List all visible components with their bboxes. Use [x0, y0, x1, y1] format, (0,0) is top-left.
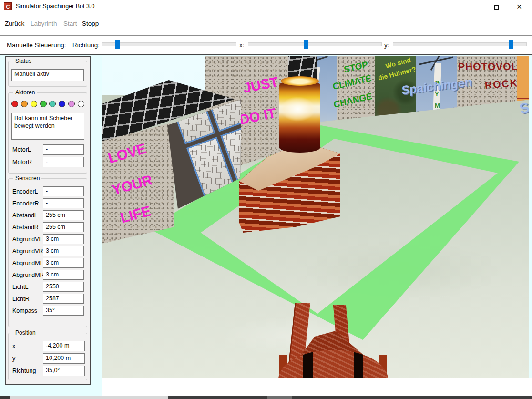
richtung-slider-label: Richtung: — [72, 41, 100, 49]
led-orange-icon — [21, 101, 28, 107]
abgrundmr-field[interactable]: 3 cm — [43, 270, 84, 280]
close-icon: ✕ — [516, 3, 522, 10]
aktoren-info-field[interactable]: Bot kann mit Schieber bewegt werden — [11, 113, 84, 140]
aktoren-group: Aktoren Bot kann mit Schieber bewegt wer… — [8, 92, 87, 174]
lichtl-field[interactable]: 2550 — [43, 282, 84, 292]
x-slider-label: x: — [239, 41, 245, 49]
kompass-field[interactable]: 35° — [43, 306, 84, 316]
kompass-label: Kompass — [12, 307, 37, 314]
robot — [278, 303, 388, 378]
led-green-icon — [40, 101, 47, 107]
led-white-icon — [78, 101, 84, 107]
led-row — [11, 101, 84, 107]
menu-item-labyrinth: Labyrinth — [31, 20, 57, 27]
do-it-text: DO IT — [238, 105, 277, 128]
lichtr-label: LichtR — [12, 296, 29, 302]
change-text: CHANGE — [333, 91, 373, 110]
pos-x-field[interactable]: -4,200 m — [43, 341, 85, 351]
led-yellow-icon — [31, 101, 37, 107]
lichtl-label: LichtL — [12, 284, 28, 290]
love-text: LOVE — [106, 140, 148, 166]
motorl-field[interactable]: - — [43, 144, 84, 155]
aktoren-group-title: Aktoren — [13, 89, 37, 96]
stop-text: STOP — [343, 59, 369, 75]
pos-richtung-label: Richtung — [12, 368, 36, 374]
pos-x-label: x — [12, 343, 15, 349]
abgrundvr-field[interactable]: 3 cm — [43, 246, 84, 256]
led-teal-icon — [49, 101, 56, 107]
richtung-slider-thumb[interactable] — [115, 40, 120, 49]
life-text: LIFE — [119, 203, 153, 226]
y-slider-thumb[interactable] — [509, 40, 513, 49]
just-text: JUST — [242, 74, 280, 96]
pos-y-field[interactable]: 10,200 m — [43, 353, 85, 364]
abgrundml-field[interactable]: 3 cm — [43, 258, 84, 268]
status-field[interactable]: Manuell aktiv — [11, 69, 84, 81]
menu-item-start: Start — [63, 20, 77, 27]
richtung-slider-track[interactable] — [102, 42, 236, 46]
bottom-strip-segment — [10, 396, 168, 399]
lichtr-field[interactable]: 2587 — [43, 294, 84, 304]
restore-button[interactable] — [485, 0, 507, 13]
simulation-viewport: gen STOP CLIMATE CHANGE Wo sind die Hühn… — [102, 56, 529, 378]
position-group-title: Position — [13, 329, 38, 336]
your-text: YOUR — [110, 172, 154, 198]
x-slider-track[interactable] — [248, 42, 382, 46]
abstandr-field[interactable]: 255 cm — [43, 222, 84, 232]
close-button[interactable]: ✕ — [508, 0, 530, 13]
gym-letter: M — [435, 102, 440, 109]
abgrundmr-label: AbgrundMR — [12, 272, 44, 278]
status-group: Status Manuell aktiv — [8, 61, 87, 87]
abstandl-field[interactable]: 255 cm — [43, 210, 84, 220]
encoderl-label: EncoderL — [12, 188, 38, 195]
x-slider-thumb[interactable] — [304, 40, 308, 49]
status-group-title: Status — [13, 58, 33, 64]
pos-y-label: y — [12, 355, 15, 362]
huehner-text-line2: die Hühner? — [377, 65, 417, 82]
abgrundvl-label: AbgrundVL — [12, 236, 42, 243]
abgrundvl-field[interactable]: 3 cm — [43, 234, 84, 244]
sidebar-panel: Status Manuell aktiv Aktoren Bot kann mi… — [5, 56, 91, 385]
bottom-strip-segment — [168, 396, 267, 399]
motorr-field[interactable]: - — [43, 157, 84, 167]
title-bar: C Simulator Spaichinger Bot 3.0 ✕ — [0, 0, 532, 13]
sensoren-group: Sensoren EncoderL - EncoderR - AbstandL … — [8, 178, 87, 327]
led-blue-icon — [59, 101, 65, 107]
menu-item-stopp[interactable]: Stopp — [82, 20, 99, 27]
menu-item-zurueck[interactable]: Zurück — [5, 20, 24, 27]
abstandl-label: AbstandL — [12, 212, 38, 219]
y-slider-track[interactable] — [393, 42, 527, 46]
abstandr-label: AbstandR — [12, 224, 39, 231]
candle-flame-top — [281, 76, 319, 86]
abgrundvr-label: AbgrundVR — [12, 248, 43, 255]
sensoren-group-title: Sensoren — [13, 175, 41, 182]
window-title: Simulator Spaichinger Bot 3.0 — [16, 3, 94, 10]
menu-bar: Zurück Labyrinth Start Stopp Bot-Sicht Z… — [0, 13, 532, 35]
bottom-strip-segment — [267, 396, 292, 399]
encoderr-field[interactable]: - — [43, 198, 84, 208]
pos-richtung-field[interactable]: 35,0° — [43, 366, 85, 376]
led-violet-icon — [68, 101, 75, 107]
bottom-strip-segment — [292, 396, 532, 399]
manual-control-label: Manuelle Steuerung: — [7, 41, 66, 49]
motorl-label: MotorL — [12, 146, 31, 153]
manual-control-bar: Manuelle Steuerung: Richtung: x: y: — [0, 36, 532, 55]
climate-text: CLIMATE — [332, 73, 372, 92]
restore-icon — [494, 5, 499, 10]
bottom-strip-segment — [0, 396, 10, 399]
encoderr-label: EncoderR — [12, 200, 39, 207]
minimize-icon — [471, 7, 476, 7]
richtung-slider[interactable] — [102, 40, 236, 49]
led-red-icon — [11, 101, 18, 107]
x-slider[interactable] — [248, 40, 382, 49]
y-slider-label: y: — [384, 41, 389, 49]
motorr-label: MotorR — [12, 159, 32, 165]
position-group: Position x -4,200 m y 10,200 m Richtung … — [8, 333, 87, 380]
abgrundml-label: AbgrundML — [12, 260, 43, 266]
minimize-button[interactable] — [462, 0, 484, 13]
app-icon: C — [4, 2, 12, 10]
encoderl-field[interactable]: - — [43, 186, 84, 196]
candle — [279, 80, 320, 153]
below-viewport-area — [102, 378, 532, 396]
y-slider[interactable] — [393, 40, 527, 49]
